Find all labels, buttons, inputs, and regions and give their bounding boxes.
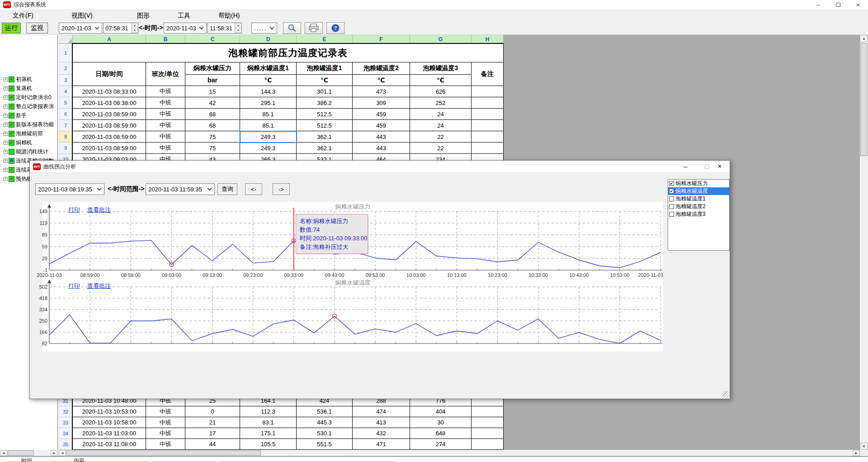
- data-cell[interactable]: 0: [185, 406, 240, 417]
- data-cell[interactable]: 362.1: [297, 131, 353, 143]
- column-header-E[interactable]: E: [297, 35, 353, 44]
- data-cell[interactable]: 459: [353, 120, 410, 131]
- data-cell[interactable]: 68: [185, 120, 240, 131]
- column-header-C[interactable]: C: [185, 35, 240, 44]
- menu-item-4[interactable]: 工具: [175, 10, 193, 21]
- query-button[interactable]: 查询: [217, 183, 237, 195]
- start-date-select[interactable]: 2020-11-03: [59, 23, 102, 33]
- tree-item[interactable]: +✔复蒸机: [1, 84, 57, 93]
- series-item[interactable]: ✔焖粮水罐压力: [668, 180, 729, 187]
- data-cell[interactable]: 362.1: [297, 143, 353, 154]
- tree-item[interactable]: +能源消耗统计: [1, 147, 57, 156]
- data-cell[interactable]: 68: [185, 109, 240, 120]
- data-cell[interactable]: 中班: [146, 428, 185, 439]
- data-cell[interactable]: 85.1: [240, 120, 297, 131]
- scroll-left-icon[interactable]: ◄: [0, 450, 7, 456]
- expand-icon[interactable]: +: [4, 86, 8, 90]
- tree-item[interactable]: +✔新版本报表功能: [1, 120, 57, 129]
- data-cell[interactable]: 105.5: [240, 439, 297, 450]
- scroll-thumb[interactable]: [8, 450, 34, 456]
- data-cell[interactable]: 2020-11-03 08:33:00: [73, 86, 146, 97]
- prev-button[interactable]: <-: [245, 183, 262, 195]
- minimize-button[interactable]: ─: [808, 0, 828, 10]
- expand-icon[interactable]: +: [4, 77, 8, 81]
- data-cell[interactable]: 15: [185, 86, 240, 97]
- data-cell[interactable]: 473: [353, 86, 410, 97]
- data-cell[interactable]: 中班: [146, 109, 185, 120]
- data-cell[interactable]: 中班: [146, 143, 185, 154]
- series-item[interactable]: ✔焖粮水罐温度: [668, 187, 729, 195]
- spin-up-icon[interactable]: ▲: [132, 23, 138, 28]
- expand-icon[interactable]: +: [4, 150, 8, 154]
- data-cell[interactable]: 249.3: [240, 143, 297, 154]
- expand-icon[interactable]: +: [4, 177, 8, 181]
- column-header-B[interactable]: B: [146, 35, 185, 44]
- select-all-corner[interactable]: [59, 35, 73, 44]
- row-header-7[interactable]: 7: [59, 120, 73, 131]
- data-cell[interactable]: 445.3: [297, 417, 353, 428]
- scroll-thumb[interactable]: [66, 450, 261, 456]
- checkbox-icon[interactable]: ✔: [669, 189, 674, 194]
- data-cell[interactable]: 471: [353, 439, 410, 450]
- data-cell[interactable]: 249.3: [240, 131, 297, 143]
- data-cell[interactable]: 83.1: [240, 417, 297, 428]
- data-cell[interactable]: 2020-11-03 11:08:00: [73, 439, 146, 450]
- row-header-4[interactable]: 4: [59, 86, 73, 97]
- tree-item[interactable]: +✔整点记录报表演: [1, 102, 57, 111]
- expand-icon[interactable]: +: [4, 95, 8, 100]
- spin-down-icon[interactable]: ▼: [132, 28, 138, 33]
- run-button[interactable]: 运行: [2, 23, 21, 33]
- data-cell[interactable]: 2020-11-03 10:53:00: [73, 406, 146, 417]
- data-cell[interactable]: 112.3: [240, 406, 297, 417]
- range-start-select[interactable]: 2020-11-03 08:19:35: [35, 183, 104, 195]
- view-notes-link[interactable]: 查看批注: [87, 282, 111, 290]
- expand-icon[interactable]: +: [4, 105, 8, 109]
- data-cell[interactable]: [472, 439, 504, 450]
- data-cell[interactable]: 459: [353, 109, 410, 120]
- data-cell[interactable]: 42: [185, 97, 240, 109]
- data-cell[interactable]: [472, 97, 504, 109]
- data-cell[interactable]: [472, 86, 504, 97]
- scroll-right-icon[interactable]: ►: [853, 450, 860, 456]
- data-cell[interactable]: 中班: [146, 439, 185, 450]
- tree-item[interactable]: +✔泡粮罐前部: [1, 129, 57, 138]
- checkbox-icon[interactable]: [669, 204, 674, 209]
- row-header-5[interactable]: 5: [59, 97, 73, 109]
- row-header-1[interactable]: 1: [59, 44, 73, 62]
- data-cell[interactable]: 2020-11-03 11:03:00: [73, 428, 146, 439]
- menu-item-1[interactable]: 文件(F): [10, 10, 36, 21]
- data-cell[interactable]: 2020-11-03 10:58:00: [73, 417, 146, 428]
- menu-item-3[interactable]: 图形: [134, 10, 152, 21]
- data-cell[interactable]: 30: [410, 417, 472, 428]
- expand-icon[interactable]: +: [4, 123, 8, 127]
- column-header-F[interactable]: F: [353, 35, 410, 44]
- checkbox-icon[interactable]: [669, 212, 674, 217]
- data-cell[interactable]: [472, 417, 504, 428]
- data-cell[interactable]: 443: [353, 143, 410, 154]
- column-header-G[interactable]: G: [410, 35, 472, 44]
- data-cell[interactable]: 75: [185, 131, 240, 143]
- close-button[interactable]: ×: [848, 0, 868, 10]
- tree-item[interactable]: +✔新手: [1, 111, 57, 120]
- data-cell[interactable]: 386.2: [297, 97, 353, 109]
- data-cell[interactable]: 144.3: [240, 86, 297, 97]
- data-cell[interactable]: 中班: [146, 97, 185, 109]
- series-item[interactable]: 泡粮罐温度3: [668, 210, 729, 218]
- row-header-8[interactable]: 8: [59, 131, 73, 143]
- dialog-close-button[interactable]: ×: [711, 161, 729, 172]
- series-item[interactable]: 泡粮罐温度2: [668, 203, 729, 210]
- data-cell[interactable]: 75: [185, 143, 240, 154]
- data-cell[interactable]: [472, 120, 504, 131]
- print-link[interactable]: 打印: [68, 206, 80, 214]
- row-header-32[interactable]: 32: [59, 406, 73, 417]
- data-cell[interactable]: 512.5: [297, 120, 353, 131]
- end-time-spinner[interactable]: 11:58:31 ▲ ▼: [208, 23, 242, 33]
- data-cell[interactable]: 274: [410, 439, 472, 450]
- column-header-A[interactable]: A: [73, 35, 146, 44]
- row-header-2[interactable]: 2: [59, 62, 73, 75]
- print-button[interactable]: [305, 22, 323, 34]
- view-notes-link[interactable]: 查看批注: [87, 206, 111, 214]
- data-cell[interactable]: 530.1: [297, 428, 353, 439]
- tree-item[interactable]: +✔焖粮机: [1, 138, 57, 147]
- data-cell[interactable]: 536.1: [297, 406, 353, 417]
